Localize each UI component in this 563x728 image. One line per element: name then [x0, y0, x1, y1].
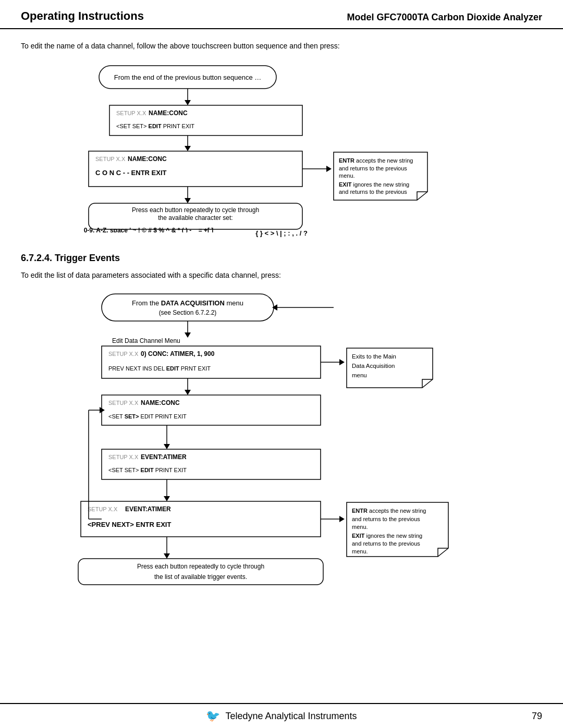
svg-marker-52 — [164, 444, 170, 449]
diagram-2: From the DATA ACQUISITION menu (see Sect… — [21, 290, 542, 615]
svg-marker-8 — [185, 146, 191, 151]
svg-text:C    O    N    C    -    -    : C O N C - - ENTR EXIT — [95, 169, 167, 177]
svg-text:SETUP X.X: SETUP X.X — [108, 400, 139, 406]
diagram-2-svg: From the DATA ACQUISITION menu (see Sect… — [21, 290, 532, 613]
diagram-1-svg: From the end of the previous button sequ… — [21, 60, 490, 232]
svg-text:<SET   SET>  EDIT   PRINT     : <SET SET> EDIT PRINT EXIT — [108, 413, 187, 419]
svg-marker-40 — [339, 359, 345, 365]
footer-page-number: 79 — [532, 711, 542, 722]
svg-text:(see Section 6.7.2.2): (see Section 6.7.2.2) — [159, 309, 217, 316]
svg-marker-14 — [326, 166, 332, 172]
svg-text:menu.: menu. — [339, 172, 355, 179]
section-number: 6.7.2.4. — [21, 253, 52, 263]
diagram-1: From the end of the previous button sequ… — [21, 60, 542, 237]
svg-text:Exits to the Main: Exits to the Main — [352, 353, 396, 360]
svg-text:SETUP X.X: SETUP X.X — [108, 454, 139, 460]
svg-text:the available character set:: the available character set: — [158, 214, 232, 221]
section-title-text: Trigger Events — [55, 253, 120, 263]
svg-marker-73 — [164, 553, 170, 559]
page-header: Operating Instructions Model GFC7000TA C… — [0, 0, 563, 29]
main-content: To edit the name of a data channel, foll… — [0, 29, 563, 672]
svg-text:<SET   SET>  EDIT   PRINT     : <SET SET> EDIT PRINT EXIT — [108, 467, 187, 473]
svg-text:NAME:CONC: NAME:CONC — [141, 399, 180, 406]
svg-text:ENTR accepts the new string: ENTR accepts the new string — [339, 157, 413, 164]
svg-text:menu.: menu. — [352, 548, 368, 554]
svg-text:the list of available trigger : the list of available trigger events. — [154, 573, 247, 581]
header-left: Operating Instructions — [21, 9, 144, 23]
svg-text:and returns to the previous: and returns to the previous — [352, 540, 420, 547]
svg-marker-64 — [339, 516, 345, 522]
svg-rect-27 — [102, 294, 274, 321]
svg-text:PREV  NEXT       INS   DEL   E: PREV NEXT INS DEL EDIT PRNT EXIT — [108, 365, 211, 372]
svg-text:EVENT:ATIMER: EVENT:ATIMER — [125, 505, 171, 513]
svg-text:From the DATA ACQUISITION menu: From the DATA ACQUISITION menu — [132, 299, 243, 307]
svg-text:EVENT:ATIMER: EVENT:ATIMER — [141, 453, 187, 461]
svg-text:<PREV  NEXT>                  : <PREV NEXT> ENTR EXIT — [88, 521, 171, 528]
svg-text:and returns to the previous: and returns to the previous — [339, 165, 407, 171]
svg-marker-2 — [185, 100, 191, 105]
svg-text:and returns to the previous: and returns to the previous — [339, 189, 407, 195]
svg-text:0) CONC:   ATIMER,   1,     90: 0) CONC: ATIMER, 1, 900 — [141, 350, 215, 357]
svg-text:SETUP X.X: SETUP X.X — [88, 506, 118, 512]
svg-text:0-9, A-Z, space ' ~ ! © # $ % : 0-9, A-Z, space ' ~ ! © # $ % ^ & * ( ) … — [84, 227, 214, 232]
svg-text:and returns to the previous: and returns to the previous — [352, 516, 420, 522]
svg-text:<SET   SET>  EDIT   PRINT     : <SET SET> EDIT PRINT EXIT — [116, 123, 194, 129]
footer-logo-icon: 🐦 — [206, 709, 220, 723]
footer-text: Teledyne Analytical Instruments — [225, 711, 357, 722]
header-right: Model GFC7000TA Carbon Dioxide Analyzer — [347, 12, 542, 23]
svg-marker-31 — [185, 332, 191, 338]
svg-text:NAME:CONC: NAME:CONC — [128, 155, 167, 163]
svg-marker-22 — [185, 198, 191, 203]
svg-text:SETUP X.X: SETUP X.X — [108, 351, 139, 357]
svg-marker-46 — [185, 390, 191, 395]
svg-marker-58 — [164, 496, 170, 501]
svg-text:EXIT ignores the new string: EXIT ignores the new string — [352, 533, 422, 539]
bubble1-text: From the end of the previous button sequ… — [114, 73, 262, 81]
svg-text:ENTR accepts the new string: ENTR accepts the new string — [352, 508, 426, 514]
page-footer: 🐦 Teledyne Analytical Instruments 79 — [0, 703, 563, 728]
svg-text:Data Acquisition: Data Acquisition — [352, 363, 395, 369]
svg-text:menu: menu — [352, 372, 367, 378]
section-heading: 6.7.2.4. Trigger Events — [21, 253, 542, 264]
intro-paragraph-2: To edit the list of data parameters asso… — [21, 271, 542, 279]
svg-text:NAME:CONC: NAME:CONC — [149, 109, 188, 117]
svg-text:SETUP X.X: SETUP X.X — [95, 156, 126, 162]
svg-text:Edit Data Channel Menu: Edit Data Channel Menu — [112, 337, 180, 344]
svg-text:menu.: menu. — [352, 524, 368, 530]
intro-paragraph-1: To edit the name of a data channel, foll… — [21, 42, 542, 50]
svg-text:EXIT ignores the new string: EXIT ignores the new string — [339, 181, 409, 188]
svg-text:SETUP X.X: SETUP X.X — [116, 110, 146, 116]
svg-text:Press each button repeatedly t: Press each button repeatedly to cycle th… — [137, 563, 264, 570]
svg-text:Press each button repeatedly t: Press each button repeatedly to cycle th… — [132, 206, 259, 214]
